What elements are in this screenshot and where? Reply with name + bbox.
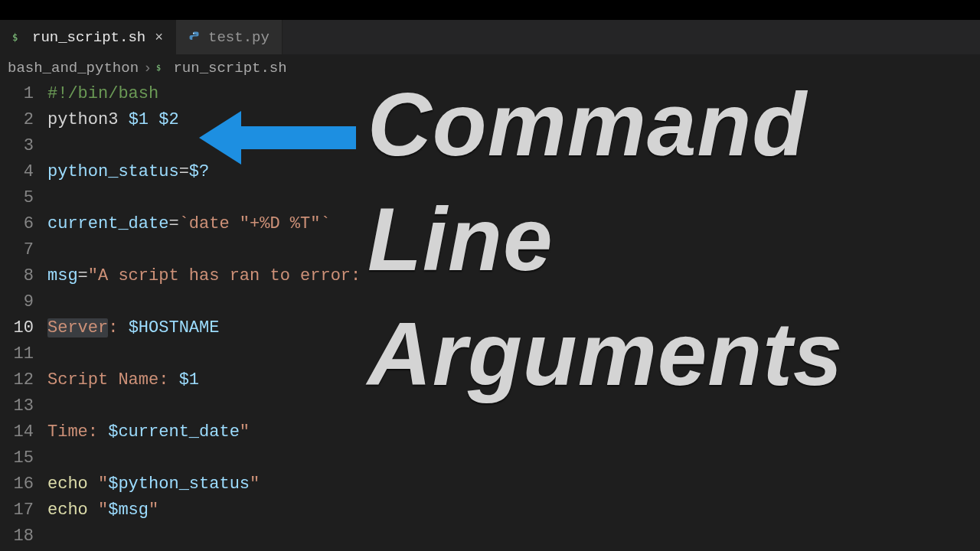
line-number: 6 [0, 211, 34, 237]
code-line[interactable]: python_status=$? [47, 159, 980, 185]
code-line[interactable]: echo "$msg" [47, 497, 980, 523]
code-line[interactable] [47, 341, 980, 367]
tab-bar: $ run_script.sh × test.py [0, 20, 980, 55]
svg-text:$: $ [12, 31, 18, 42]
code-line[interactable]: Time: $current_date" [47, 419, 980, 445]
tab-label: run_script.sh [32, 29, 145, 46]
line-number: 10 [0, 315, 34, 341]
close-icon[interactable]: × [155, 30, 163, 45]
code-line[interactable] [47, 237, 980, 263]
line-number: 3 [0, 133, 34, 159]
line-number: 16 [0, 471, 34, 497]
code-line[interactable]: echo "$python_status" [47, 471, 980, 497]
bash-file-icon: $ [156, 62, 168, 74]
line-number: 9 [0, 289, 34, 315]
line-number: 13 [0, 393, 34, 419]
svg-point-1 [193, 32, 194, 34]
code-line[interactable]: Script Name: $1 [47, 367, 980, 393]
breadcrumb-file: run_script.sh [173, 60, 286, 77]
chevron-right-icon: › [143, 60, 152, 77]
line-number: 14 [0, 419, 34, 445]
line-number: 11 [0, 341, 34, 367]
code-line[interactable]: python3 $1 $2 [47, 107, 980, 133]
line-number: 18 [0, 523, 34, 549]
line-number: 15 [0, 445, 34, 471]
code-line[interactable]: msg="A script has ran to error: [47, 263, 980, 289]
code-line[interactable]: #!/bin/bash [47, 81, 980, 107]
bash-file-icon: $ [12, 31, 26, 44]
code-line[interactable] [47, 185, 980, 211]
line-number: 17 [0, 497, 34, 523]
python-file-icon [188, 31, 202, 44]
line-number-gutter: 12345678910111213141516171819 [0, 81, 47, 551]
code-line[interactable] [47, 393, 980, 419]
code-content[interactable]: #!/bin/bashpython3 $1 $2 python_status=$… [47, 81, 980, 551]
line-number: 4 [0, 159, 34, 185]
code-line[interactable] [47, 289, 980, 315]
code-line[interactable] [47, 445, 980, 471]
tab-label: test.py [208, 29, 270, 46]
code-line[interactable] [47, 523, 980, 549]
breadcrumb[interactable]: bash_and_python › $ run_script.sh [0, 55, 980, 81]
line-number: 8 [0, 263, 34, 289]
code-line[interactable]: Server: $HOSTNAME [47, 315, 980, 341]
code-line[interactable] [47, 133, 980, 159]
code-editor[interactable]: 12345678910111213141516171819 #!/bin/bas… [0, 81, 980, 551]
svg-text:$: $ [156, 64, 161, 72]
tab-test-py[interactable]: test.py [176, 20, 283, 54]
breadcrumb-folder: bash_and_python [8, 60, 139, 77]
line-number: 2 [0, 107, 34, 133]
window-topbar [0, 0, 980, 20]
line-number: 12 [0, 367, 34, 393]
line-number: 1 [0, 81, 34, 107]
code-line[interactable]: current_date=`date "+%D %T"` [47, 211, 980, 237]
tab-run-script[interactable]: $ run_script.sh × [0, 20, 176, 54]
line-number: 7 [0, 237, 34, 263]
line-number: 5 [0, 185, 34, 211]
